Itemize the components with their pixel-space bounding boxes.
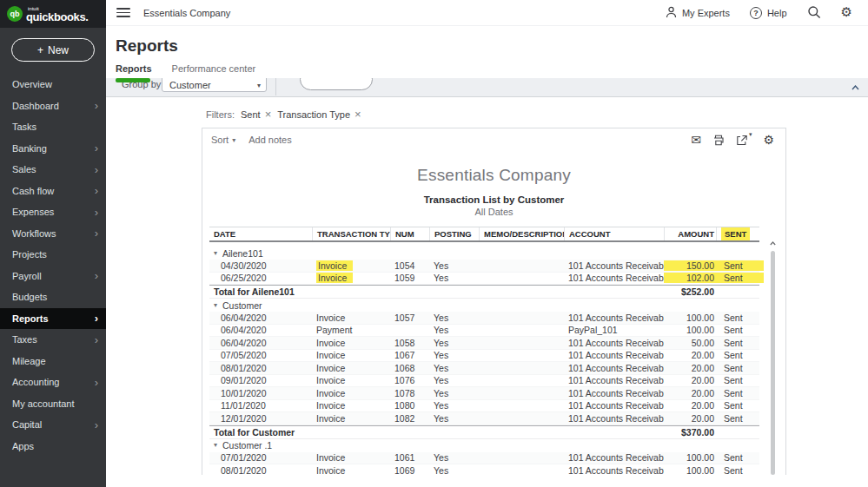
chevron-right-icon: › xyxy=(95,207,98,218)
column-header-posting[interactable]: POSTING xyxy=(429,227,479,240)
sidebar-item-payroll[interactable]: Payroll› xyxy=(0,266,106,287)
hamburger-menu-icon[interactable] xyxy=(116,8,130,17)
report-settings-button[interactable]: ⚙ xyxy=(763,134,774,146)
sidebar-item-apps[interactable]: Apps xyxy=(0,436,106,457)
cell-date: 07/01/2020 xyxy=(209,452,312,463)
chevron-down-icon: ▾ xyxy=(257,82,261,89)
cell-num: 1059 xyxy=(390,273,429,283)
chevron-right-icon: › xyxy=(95,377,98,388)
column-header-account[interactable]: ACCOUNT xyxy=(564,227,664,240)
column-header-num[interactable]: NUM xyxy=(390,227,429,240)
sidebar-item-capital[interactable]: Capital› xyxy=(0,414,106,436)
cell-sent: Sent xyxy=(716,325,764,335)
table-row[interactable]: 07/05/2020Invoice1067Yes101 Accounts Rec… xyxy=(209,350,759,363)
sidebar-item-label: Expenses xyxy=(12,207,54,217)
collapse-triangle-icon: ▾ xyxy=(214,250,217,257)
cell-date: 04/30/2020 xyxy=(209,260,312,271)
print-button[interactable] xyxy=(712,135,725,146)
search-button[interactable] xyxy=(807,5,821,21)
table-row[interactable]: 12/01/2020Invoice1082Yes101 Accounts Rec… xyxy=(209,412,759,425)
sidebar-nav: OverviewDashboard›TasksBanking›Sales›Cas… xyxy=(0,74,106,457)
sidebar-item-my-accountant[interactable]: My accountant xyxy=(0,393,106,415)
table-row[interactable]: 08/01/2020Invoice1069Yes101 Accounts Rec… xyxy=(209,464,759,475)
sidebar-item-workflows[interactable]: Workflows› xyxy=(0,223,106,245)
add-notes-link[interactable]: Add notes xyxy=(248,135,292,145)
export-icon xyxy=(736,135,748,146)
transaction-type-value: Invoice xyxy=(316,350,345,360)
column-header-memo[interactable]: MEMO/DESCRIPTION xyxy=(479,227,564,240)
sidebar-item-projects[interactable]: Projects xyxy=(0,244,106,266)
sidebar-item-dashboard[interactable]: Dashboard› xyxy=(0,95,106,117)
sidebar-item-label: Reports xyxy=(12,313,49,324)
table-row[interactable]: 08/01/2020Invoice1068Yes101 Accounts Rec… xyxy=(209,362,759,375)
table-scrollbar[interactable] xyxy=(771,251,775,475)
cell-account: 101 Accounts Receivable xyxy=(564,452,664,463)
filters-label: Filters: xyxy=(206,109,235,120)
collapse-triangle-icon: ▾ xyxy=(214,442,217,449)
filter-chip-sent: Sent × xyxy=(241,109,271,120)
group-by-select[interactable]: Customer ▾ xyxy=(162,78,267,92)
total-amount: $252.00 xyxy=(664,286,716,297)
table-body: ▾Ailene10104/30/2020Invoice1054Yes101 Ac… xyxy=(209,247,759,475)
quickbooks-logo[interactable]: qb intuit quickbooks. xyxy=(0,0,106,28)
sort-dropdown[interactable]: Sort ▾ xyxy=(211,135,235,145)
email-button[interactable]: ✉ xyxy=(691,134,701,146)
help-button[interactable]: ? Help xyxy=(750,7,787,19)
scroll-up-icon[interactable] xyxy=(770,241,776,246)
cell-amount: 20.00 xyxy=(664,388,716,398)
cell-account: PayPal_101 xyxy=(564,325,664,335)
toolbar-pill-button[interactable] xyxy=(300,78,373,90)
cell-account: 101 Accounts Receivable xyxy=(564,260,664,271)
collapse-header-button[interactable] xyxy=(851,85,859,90)
toolbar-divider xyxy=(275,78,276,95)
cell-posting: Yes xyxy=(429,273,479,283)
transaction-type-value: Invoice xyxy=(316,465,345,475)
tab-performance-center[interactable]: Performance center xyxy=(172,63,256,78)
sidebar-item-reports[interactable]: Reports› xyxy=(0,308,106,330)
settings-button[interactable]: ⚙ xyxy=(841,6,852,19)
cell-date: 09/01/2020 xyxy=(209,375,312,385)
group-header-ailene101[interactable]: ▾Ailene101 xyxy=(209,247,759,260)
cell-amount: 20.00 xyxy=(664,363,716,373)
column-header-amount[interactable]: AMOUNT xyxy=(664,227,716,240)
table-row[interactable]: 09/01/2020Invoice1076Yes101 Accounts Rec… xyxy=(209,375,759,388)
sidebar-item-expenses[interactable]: Expenses› xyxy=(0,201,106,223)
table-row[interactable]: 11/01/2020Invoice1080Yes101 Accounts Rec… xyxy=(209,400,759,413)
remove-filter-icon[interactable]: × xyxy=(354,109,361,120)
cell-num: 1078 xyxy=(390,388,429,398)
column-header-transaction-type[interactable]: TRANSACTION TYPE xyxy=(312,227,390,240)
group-header-customer-1[interactable]: ▾Customer .1 xyxy=(209,439,759,452)
cell-posting: Yes xyxy=(429,375,479,385)
export-button[interactable]: ▾ xyxy=(736,135,752,146)
table-row[interactable]: 06/25/2020Invoice1059Yes101 Accounts Rec… xyxy=(209,273,759,286)
table-row[interactable]: 10/01/2020Invoice1078Yes101 Accounts Rec… xyxy=(209,387,759,400)
sidebar-item-sales[interactable]: Sales› xyxy=(0,159,106,181)
sidebar-item-budgets[interactable]: Budgets xyxy=(0,286,106,308)
column-header-date[interactable]: DATE xyxy=(209,229,312,239)
table-row[interactable]: 06/04/2020Invoice1057Yes101 Accounts Rec… xyxy=(209,312,759,325)
cell-date: 06/04/2020 xyxy=(209,338,312,348)
group-header-customer[interactable]: ▾Customer xyxy=(209,299,759,312)
table-row[interactable]: 04/30/2020Invoice1054Yes101 Accounts Rec… xyxy=(209,260,759,273)
sidebar-item-mileage[interactable]: Mileage xyxy=(0,351,106,372)
sidebar-item-cash-flow[interactable]: Cash flow› xyxy=(0,181,106,202)
table-row[interactable]: 06/04/2020PaymentYesPayPal_101100.00Sent xyxy=(209,325,759,338)
sidebar-item-overview[interactable]: Overview xyxy=(0,74,106,95)
my-experts-button[interactable]: My Experts xyxy=(666,6,730,20)
table-row[interactable]: 06/04/2020Invoice1058Yes101 Accounts Rec… xyxy=(209,337,759,350)
cell-transaction-type: Invoice xyxy=(312,452,390,463)
sidebar-item-tasks[interactable]: Tasks xyxy=(0,116,106,138)
sidebar-item-taxes[interactable]: Taxes› xyxy=(0,329,106,351)
tab-reports[interactable]: Reports xyxy=(116,63,152,78)
column-header-sent[interactable]: SENT xyxy=(716,227,764,240)
table-row[interactable]: 07/01/2020Invoice1061Yes101 Accounts Rec… xyxy=(209,452,759,465)
sidebar-item-accounting[interactable]: Accounting› xyxy=(0,372,106,393)
transaction-type-value: Payment xyxy=(316,325,352,335)
page-title: Reports xyxy=(116,36,868,56)
sidebar-item-label: Projects xyxy=(12,249,47,260)
new-button[interactable]: + New xyxy=(11,38,95,62)
sidebar-item-banking[interactable]: Banking› xyxy=(0,138,106,160)
cell-sent: Sent xyxy=(716,388,764,398)
chevron-down-icon: ▾ xyxy=(232,136,235,144)
remove-filter-icon[interactable]: × xyxy=(265,109,272,120)
